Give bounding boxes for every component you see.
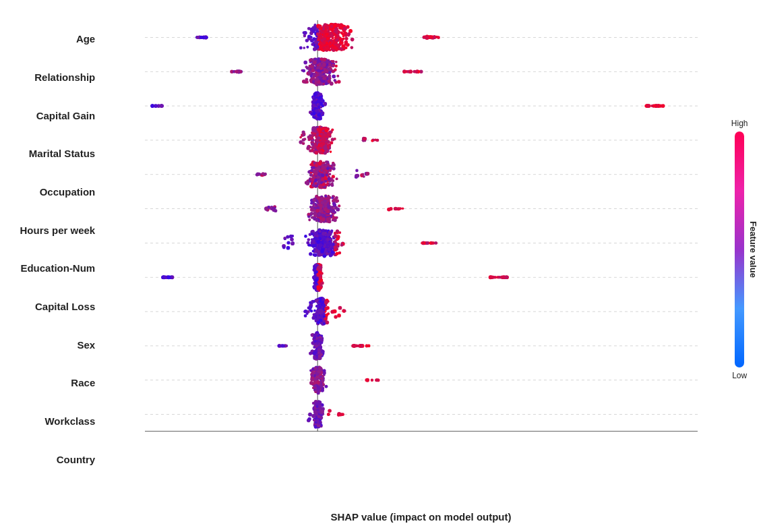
colorbar-low-label: Low <box>732 371 747 380</box>
y-label-hours-per-week: Hours per week <box>20 225 102 236</box>
main-chart-canvas <box>145 20 698 432</box>
y-label-sex: Sex <box>20 339 102 351</box>
y-label-capital-gain: Capital Gain <box>20 110 102 121</box>
y-label-country: Country <box>20 454 102 465</box>
y-label-occupation: Occupation <box>20 186 102 198</box>
plot-area: Age Relationship Capital Gain Marital St… <box>145 20 698 479</box>
colorbar-gradient <box>735 131 744 367</box>
y-label-race: Race <box>20 377 102 388</box>
y-label-relationship: Relationship <box>20 71 102 83</box>
y-label-education-num: Education-Num <box>20 262 102 274</box>
colorbar-high-label: High <box>731 119 748 128</box>
colorbar-area: High Low Feature value <box>731 20 748 479</box>
y-axis-labels: Age Relationship Capital Gain Marital St… <box>20 20 102 479</box>
y-label-capital-loss: Capital Loss <box>20 301 102 312</box>
colorbar-title: Feature value <box>748 221 758 278</box>
y-label-age: Age <box>20 33 102 45</box>
y-label-workclass: Workclass <box>20 415 102 427</box>
chart-container: Age Relationship Capital Gain Marital St… <box>10 7 752 526</box>
x-axis-title: SHAP value (impact on model output) <box>145 511 698 523</box>
y-label-marital-status: Marital Status <box>20 148 102 159</box>
